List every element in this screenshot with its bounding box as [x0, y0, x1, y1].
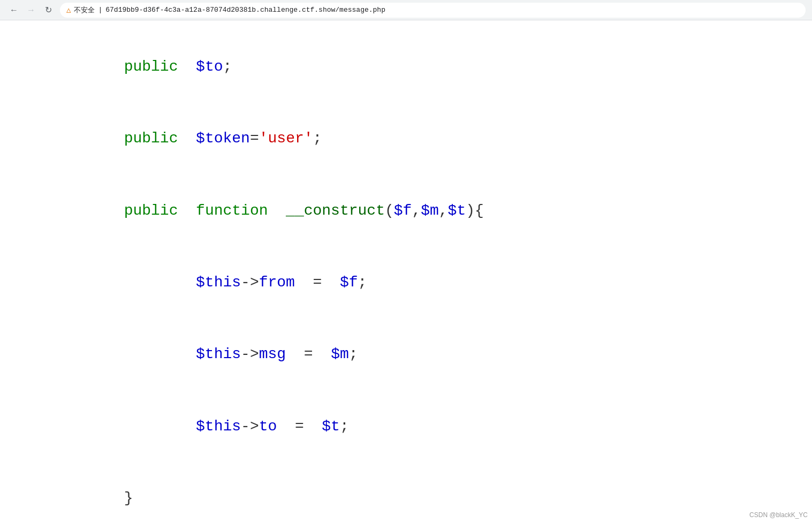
code-line-5: $this->msg = $m; — [16, 319, 812, 391]
browser-chrome: ← → ↻ △ 不安全 | 67d19bb9-d36f-4c3a-a12a-87… — [0, 0, 812, 20]
watermark: CSDN @blackK_YC — [749, 511, 808, 519]
code-line-3: public function __construct($f,$m,$t){ — [16, 175, 812, 247]
code-display: public $to; public $token='user'; public… — [0, 20, 812, 523]
code-line-1: public $to; — [16, 31, 812, 103]
back-button[interactable]: ← — [6, 3, 21, 18]
forward-button[interactable]: → — [24, 3, 39, 18]
prop-from: from — [259, 274, 295, 291]
this-from: $this — [196, 274, 241, 291]
kw-function: function — [196, 202, 268, 219]
val-f: $f — [340, 274, 358, 291]
param-t: $t — [448, 202, 466, 219]
param-m: $m — [421, 202, 439, 219]
this-to: $this — [196, 418, 241, 435]
this-msg: $this — [196, 346, 241, 362]
url-text: 67d19bb9-d36f-4c3a-a12a-87074d20381b.cha… — [105, 6, 385, 14]
address-bar[interactable]: △ 不安全 | 67d19bb9-d36f-4c3a-a12a-87074d20… — [60, 3, 806, 18]
security-warning-icon: △ — [66, 5, 71, 14]
code-line-4: $this->from = $f; — [16, 247, 812, 319]
var-to: $to — [196, 58, 223, 75]
nav-buttons: ← → ↻ — [6, 3, 56, 18]
code-line-7: } — [16, 463, 812, 523]
kw-public-3: public — [52, 202, 178, 219]
kw-public-2: public — [52, 130, 178, 147]
param-f: $f — [394, 202, 412, 219]
security-label: 不安全 — [74, 5, 95, 15]
val-m: $m — [331, 346, 349, 362]
code-line-6: $this->to = $t; — [16, 391, 812, 463]
str-user: 'user' — [259, 130, 313, 147]
reload-button[interactable]: ↻ — [41, 3, 56, 18]
code-line-2: public $token='user'; — [16, 103, 812, 175]
val-t: $t — [322, 418, 340, 435]
var-token: $token — [196, 130, 250, 147]
separator: | — [98, 6, 102, 14]
kw-public-1: public — [52, 58, 178, 75]
fn-construct: __construct — [286, 202, 385, 219]
prop-msg: msg — [259, 346, 286, 362]
prop-to: to — [259, 418, 277, 435]
